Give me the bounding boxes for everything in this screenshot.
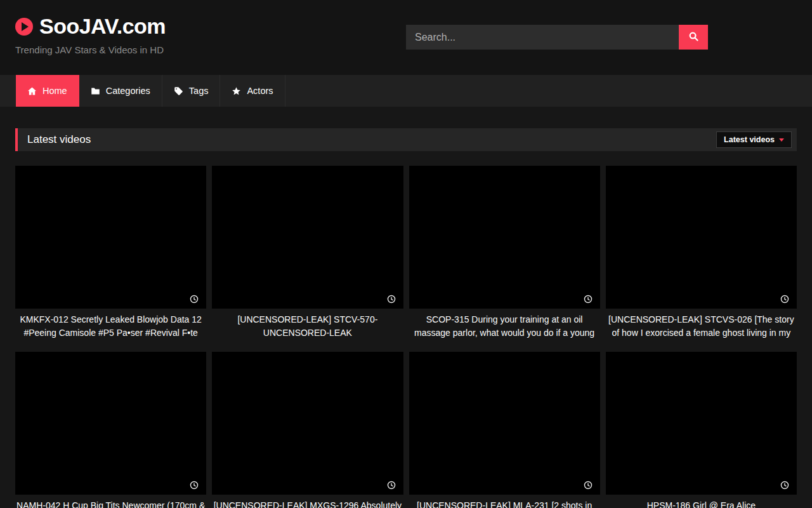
tag-icon [174, 86, 183, 96]
video-card[interactable]: NAMH-042 H Cup Big Tits Newcomer (170cm … [15, 352, 206, 508]
video-card[interactable]: [UNCENSORED-LEAK] MLA-231 [2 shots in [409, 352, 600, 508]
section-title: Latest videos [18, 133, 716, 146]
chevron-down-icon [779, 138, 784, 142]
clock-icon [387, 295, 396, 304]
search-box [406, 25, 708, 50]
video-card[interactable]: KMKFX-012 Secretly Leaked Blowjob Data 1… [15, 166, 206, 339]
video-title[interactable]: HPSM-186 Girl @ Era Alice [606, 499, 797, 508]
video-thumbnail[interactable] [212, 352, 403, 495]
video-card[interactable]: SCOP-315 During your training at an oil … [409, 166, 600, 339]
home-icon [27, 86, 37, 96]
clock-icon [190, 295, 199, 304]
folder-icon [91, 86, 100, 96]
nav-item-label: Actors [247, 86, 273, 96]
video-title[interactable]: SCOP-315 During your training at an oil … [409, 313, 600, 339]
search-input[interactable] [406, 25, 679, 50]
nav-item-actors[interactable]: Actors [220, 75, 285, 107]
video-grid: KMKFX-012 Secretly Leaked Blowjob Data 1… [15, 166, 797, 508]
sort-dropdown-label: Latest videos [724, 135, 775, 144]
video-thumbnail[interactable] [606, 166, 797, 309]
video-title[interactable]: [UNCENSORED-LEAK] MLA-231 [2 shots in [409, 499, 600, 508]
star-icon [232, 86, 241, 96]
play-circle-icon [15, 18, 33, 36]
video-card[interactable]: [UNCENSORED-LEAK] MXGS-1296 Absolutely [212, 352, 403, 508]
clock-icon [780, 481, 789, 490]
video-thumbnail[interactable] [212, 166, 403, 309]
nav-item-label: Home [43, 86, 67, 96]
video-title[interactable]: [UNCENSORED-LEAK] STCV-570-UNCENSORED-LE… [212, 313, 403, 339]
main-content: Latest videos Latest videos KMKFX-012 Se… [0, 128, 812, 508]
search-icon [688, 31, 699, 44]
section-header: Latest videos Latest videos [15, 128, 797, 151]
nav-item-tags[interactable]: Tags [162, 75, 221, 107]
video-title[interactable]: NAMH-042 H Cup Big Tits Newcomer (170cm … [15, 499, 206, 508]
nav-item-home[interactable]: Home [16, 75, 79, 107]
video-thumbnail[interactable] [409, 166, 600, 309]
search-button[interactable] [679, 25, 708, 50]
clock-icon [190, 481, 199, 490]
nav-item-categories[interactable]: Categories [79, 75, 162, 107]
main-nav: Home Categories Tags Actors [0, 75, 812, 107]
video-card[interactable]: [UNCENSORED-LEAK] STCVS-026 [The story o… [606, 166, 797, 339]
video-card[interactable]: HPSM-186 Girl @ Era Alice [606, 352, 797, 508]
video-thumbnail[interactable] [606, 352, 797, 495]
video-title[interactable]: [UNCENSORED-LEAK] STCVS-026 [The story o… [606, 313, 797, 339]
clock-icon [584, 295, 593, 304]
nav-item-label: Tags [189, 86, 209, 96]
site-title[interactable]: SooJAV.com [39, 14, 166, 39]
video-title[interactable]: KMKFX-012 Secretly Leaked Blowjob Data 1… [15, 313, 206, 339]
video-title[interactable]: [UNCENSORED-LEAK] MXGS-1296 Absolutely [212, 499, 403, 508]
sort-dropdown[interactable]: Latest videos [716, 131, 792, 148]
nav-item-label: Categories [106, 86, 150, 96]
site-header: SooJAV.com Trending JAV Stars & Videos i… [0, 0, 812, 75]
video-card[interactable]: [UNCENSORED-LEAK] STCV-570-UNCENSORED-LE… [212, 166, 403, 339]
video-thumbnail[interactable] [15, 166, 206, 309]
clock-icon [780, 295, 789, 304]
clock-icon [387, 481, 396, 490]
video-thumbnail[interactable] [409, 352, 600, 495]
video-thumbnail[interactable] [15, 352, 206, 495]
clock-icon [584, 481, 593, 490]
